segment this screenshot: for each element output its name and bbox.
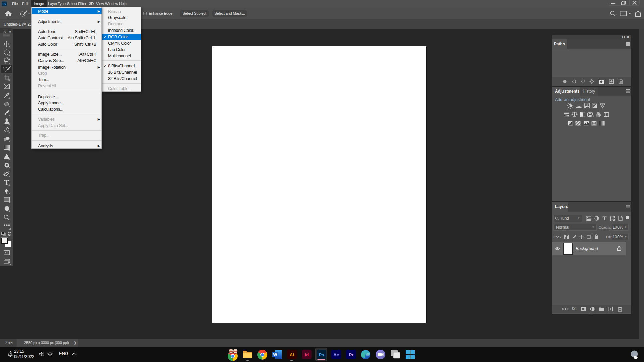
svg-text:Id: Id	[305, 352, 309, 357]
svg-text:W: W	[273, 352, 277, 357]
svg-text:Pr: Pr	[349, 352, 354, 357]
svg-text:Ps: Ps	[319, 352, 324, 357]
svg-text:Ai: Ai	[290, 352, 294, 357]
svg-text:Ae: Ae	[333, 352, 339, 357]
